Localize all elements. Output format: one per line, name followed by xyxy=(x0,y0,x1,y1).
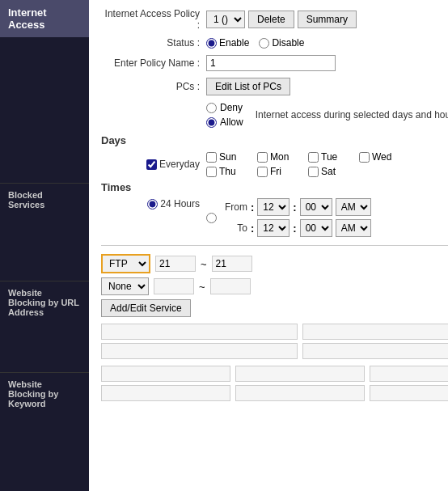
keyword-section xyxy=(101,366,448,401)
tue-day: Tue xyxy=(321,151,337,163)
deny-label: Deny xyxy=(220,102,243,113)
disable-radio[interactable] xyxy=(259,38,269,49)
to-colon: : xyxy=(251,222,254,235)
sat-label[interactable]: Sat xyxy=(308,166,353,177)
edit-pcs-button[interactable]: Edit List of PCs xyxy=(206,78,290,95)
mon-day: Mon xyxy=(270,151,289,163)
url-input-2a[interactable] xyxy=(101,343,298,359)
allow-label: Allow xyxy=(220,116,243,128)
service-row-1: FTP None ~ xyxy=(101,254,448,273)
deny-radio-label[interactable]: Deny xyxy=(206,102,243,113)
add-edit-row: Add/Edit Service xyxy=(101,299,448,317)
policy-select[interactable]: 1 () xyxy=(206,11,245,28)
hours24-radio-label[interactable]: 24 Hours xyxy=(101,198,200,210)
kw-input-1c[interactable] xyxy=(370,366,448,382)
service-select-2[interactable]: None FTP xyxy=(101,277,149,295)
enable-radio[interactable] xyxy=(206,38,217,49)
policy-name-row: Enter Policy Name : xyxy=(101,55,448,71)
delete-button[interactable]: Delete xyxy=(248,11,294,28)
allow-radio[interactable] xyxy=(206,117,217,128)
url-input-1a[interactable] xyxy=(101,324,298,340)
sidebar-item-label: Blocked Services xyxy=(8,190,44,210)
pcs-label: PCs : xyxy=(101,81,206,92)
custom-time-radio[interactable] xyxy=(206,213,217,223)
from-colon: : xyxy=(251,201,254,214)
wed-label[interactable]: Wed xyxy=(359,151,404,163)
enable-label: Enable xyxy=(219,37,249,49)
sun-checkbox[interactable] xyxy=(206,152,217,163)
times-row: 24 Hours From : 12 : 00 xyxy=(101,198,448,237)
to-label: To xyxy=(223,222,247,234)
wed-day: Wed xyxy=(372,151,391,163)
wed-checkbox[interactable] xyxy=(359,152,370,163)
everyday-label-container: Everyday xyxy=(101,159,206,170)
sidebar-item-internet-access[interactable]: Internet Access xyxy=(0,0,89,37)
fri-checkbox[interactable] xyxy=(257,167,268,177)
kw-row-1 xyxy=(101,366,448,382)
fri-day: Fri xyxy=(270,166,281,177)
sidebar: Internet Access Blocked Services Website… xyxy=(0,0,89,491)
everyday-checkbox-label[interactable]: Everyday xyxy=(101,159,200,170)
tilde-1: ~ xyxy=(201,258,207,270)
times-section-label: Times xyxy=(101,181,448,193)
kw-input-2c[interactable] xyxy=(370,385,448,401)
blocked-services-section: FTP None ~ None FTP ~ Add/Edit Service xyxy=(101,254,448,317)
summary-button[interactable]: Summary xyxy=(298,11,357,28)
allow-radio-label[interactable]: Allow xyxy=(206,116,243,128)
tue-checkbox[interactable] xyxy=(308,152,319,163)
hours24-radio[interactable] xyxy=(147,199,158,210)
sidebar-item-label: Website Blocking by Keyword xyxy=(8,379,58,408)
sidebar-item-blocked-services[interactable]: Blocked Services xyxy=(0,183,89,216)
kw-input-2a[interactable] xyxy=(101,385,230,401)
thu-label[interactable]: Thu xyxy=(206,166,251,177)
from-hour-select[interactable]: 12 xyxy=(257,198,290,216)
deny-radio[interactable] xyxy=(206,103,217,113)
url-input-2b[interactable] xyxy=(302,343,448,359)
everyday-checkbox[interactable] xyxy=(146,159,157,170)
policy-name-input[interactable] xyxy=(206,55,336,71)
custom-time-radio-label[interactable] xyxy=(206,213,217,223)
thu-day: Thu xyxy=(219,166,236,177)
policy-name-label: Enter Policy Name : xyxy=(101,57,206,69)
helper-text: Internet access during selected days and… xyxy=(256,109,448,121)
url-input-1b[interactable] xyxy=(302,324,448,340)
to-min-select[interactable]: 00 xyxy=(300,219,332,237)
hours24-label-container: 24 Hours xyxy=(101,198,206,210)
kw-input-1b[interactable] xyxy=(235,366,365,382)
enable-radio-label[interactable]: Enable xyxy=(206,37,249,49)
divider-1 xyxy=(101,245,448,246)
from-label: From xyxy=(223,201,247,213)
to-ampm-select[interactable]: AM PM xyxy=(336,219,371,237)
from-time-line: From : 12 : 00 AM PM xyxy=(223,198,371,216)
policy-label: Internet Access Policy : xyxy=(101,8,206,31)
to-time-line: To : 12 : 00 AM PM xyxy=(223,219,371,237)
disable-radio-label[interactable]: Disable xyxy=(259,37,304,49)
service-select-1[interactable]: FTP None xyxy=(101,254,150,273)
sidebar-item-label: Internet Access xyxy=(8,6,47,31)
from-ampm-select[interactable]: AM PM xyxy=(336,198,371,216)
mon-label[interactable]: Mon xyxy=(257,151,302,163)
sidebar-item-website-url[interactable]: Website Blocking by URL Address xyxy=(0,281,89,324)
status-row: Status : Enable Disable xyxy=(101,37,448,49)
sidebar-item-website-keyword[interactable]: Website Blocking by Keyword xyxy=(0,372,89,415)
service-from-2[interactable] xyxy=(154,278,194,294)
to-hour-select[interactable]: 12 xyxy=(257,219,290,237)
add-edit-service-button[interactable]: Add/Edit Service xyxy=(101,299,191,317)
deny-allow-row: Deny Allow Internet access during select… xyxy=(101,102,448,128)
from-min-select[interactable]: 00 xyxy=(300,198,332,216)
sat-checkbox[interactable] xyxy=(308,167,319,177)
sun-label[interactable]: Sun xyxy=(206,151,251,163)
tilde-2: ~ xyxy=(199,281,205,293)
service-to-1[interactable] xyxy=(212,256,252,272)
kw-input-2b[interactable] xyxy=(235,385,365,401)
mon-checkbox[interactable] xyxy=(257,152,268,163)
main-content: Internet Access Policy : 1 () Delete Sum… xyxy=(89,0,448,491)
service-to-2[interactable] xyxy=(210,278,251,294)
deny-allow-group: Deny Allow xyxy=(206,102,243,128)
service-from-1[interactable] xyxy=(155,256,196,272)
fri-label[interactable]: Fri xyxy=(257,166,302,177)
url-row-1 xyxy=(101,324,448,340)
kw-input-1a[interactable] xyxy=(101,366,230,382)
tue-label[interactable]: Tue xyxy=(308,151,353,163)
thu-checkbox[interactable] xyxy=(206,167,217,177)
